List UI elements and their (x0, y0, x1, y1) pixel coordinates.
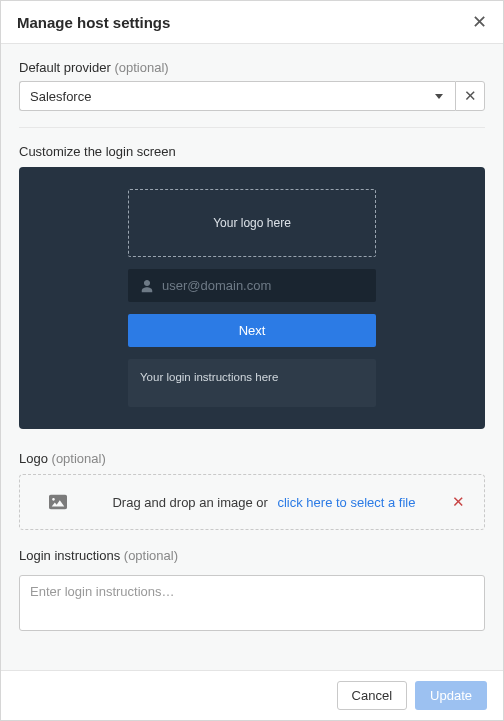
instructions-label-text: Login instructions (19, 548, 120, 563)
provider-optional: (optional) (114, 60, 168, 75)
chevron-down-icon (435, 94, 443, 99)
provider-select-row: Salesforce ✕ (19, 81, 485, 111)
instructions-label: Login instructions (optional) (19, 548, 485, 563)
user-icon (140, 279, 154, 293)
instructions-optional: (optional) (124, 548, 178, 563)
dropzone-text: Drag and drop an image or click here to … (94, 495, 434, 510)
provider-label-text: Default provider (19, 60, 111, 75)
modal-title: Manage host settings (17, 14, 170, 31)
preview-next-button: Next (128, 314, 376, 347)
modal-footer: Cancel Update (1, 670, 503, 720)
image-icon (34, 494, 82, 510)
update-button[interactable]: Update (415, 681, 487, 710)
divider (19, 127, 485, 128)
instructions-section: Login instructions (optional) (19, 548, 485, 635)
provider-clear-button[interactable]: ✕ (455, 81, 485, 111)
instructions-preview: Your login instructions here (128, 359, 376, 407)
drop-text: Drag and drop an image or (112, 495, 267, 510)
clear-file-icon[interactable]: ✕ (446, 493, 470, 511)
logo-label: Logo (optional) (19, 451, 485, 466)
logo-placeholder-text: Your logo here (213, 216, 291, 230)
manage-host-modal: Manage host settings ✕ Default provider … (0, 0, 504, 721)
modal-body: Default provider (optional) Salesforce ✕… (1, 44, 503, 670)
logo-section: Logo (optional) Drag and drop an image o… (19, 451, 485, 530)
logo-placeholder-box: Your logo here (128, 189, 376, 257)
login-preview-inner: Your logo here user@domain.com Next Your… (128, 189, 376, 407)
provider-value: Salesforce (30, 89, 91, 104)
modal-header: Manage host settings ✕ (1, 1, 503, 44)
select-file-link[interactable]: click here to select a file (277, 495, 415, 510)
logo-dropzone[interactable]: Drag and drop an image or click here to … (19, 474, 485, 530)
provider-label: Default provider (optional) (19, 60, 485, 75)
customize-label: Customize the login screen (19, 144, 485, 159)
close-icon[interactable]: ✕ (472, 13, 487, 31)
login-preview-panel: Your logo here user@domain.com Next Your… (19, 167, 485, 429)
cancel-button[interactable]: Cancel (337, 681, 407, 710)
logo-optional: (optional) (52, 451, 106, 466)
instructions-textarea[interactable] (19, 575, 485, 631)
email-preview-field: user@domain.com (128, 269, 376, 302)
provider-select[interactable]: Salesforce (19, 81, 455, 111)
email-placeholder: user@domain.com (162, 278, 271, 293)
logo-label-text: Logo (19, 451, 48, 466)
